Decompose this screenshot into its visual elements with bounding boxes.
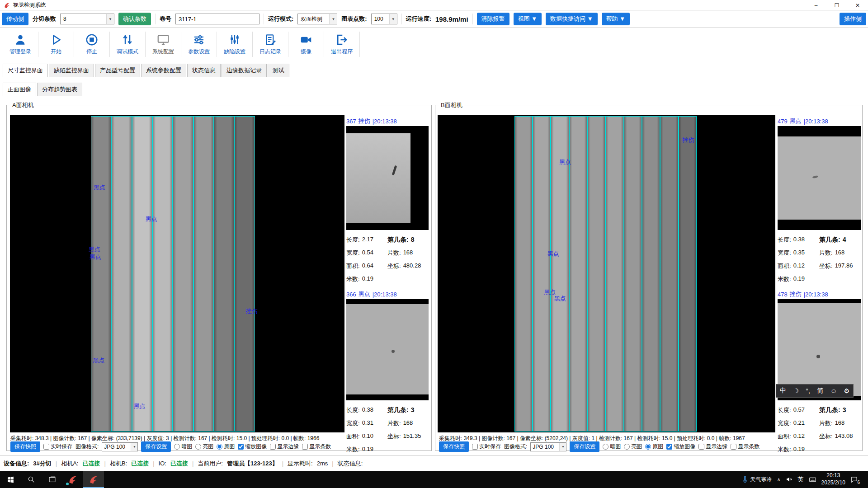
simplified-chinese-icon[interactable]: 简 (817, 387, 823, 395)
weather-widget[interactable]: 天气寒冷 (741, 476, 772, 483)
subtab-trend-chart[interactable]: 分布趋势图表 (37, 83, 82, 96)
defect-card-header: 366 黑点 |20:13:38 (346, 289, 429, 299)
save-settings-button[interactable]: 保存设置 (570, 441, 599, 452)
checkbox-icon[interactable] (270, 444, 276, 450)
strip-index-label: 第几条: (387, 406, 409, 414)
radio-icon[interactable] (645, 444, 651, 450)
radio-icon[interactable] (195, 444, 201, 450)
radio-icon[interactable] (603, 444, 609, 450)
tab-size-monitor[interactable]: 尺寸监控界面 (3, 64, 48, 77)
tab-status-info[interactable]: 状态信息 (187, 64, 221, 77)
speaker-muted-icon[interactable] (786, 476, 793, 483)
show-edges-checkbox[interactable]: 显示边缘 (698, 443, 727, 450)
exit-program-button[interactable]: 退出程序 (324, 33, 359, 56)
roll-number-input[interactable] (175, 14, 259, 24)
confirm-count-button[interactable]: 确认条数 (118, 13, 151, 25)
log-record-button[interactable]: 日志记录 (253, 33, 288, 56)
data-shortcut-menu-button[interactable]: 数据快捷访问 ▼ (546, 13, 598, 25)
show-strip-count-checkbox[interactable]: 显示条数 (302, 443, 331, 450)
gear-icon[interactable]: ⚙ (844, 387, 850, 394)
view-menu-button[interactable]: 视图 ▼ (514, 13, 542, 25)
maximize-button[interactable]: ☐ (826, 0, 847, 10)
bright-image-radio[interactable]: 亮图 (195, 443, 213, 450)
tab-product-model-config[interactable]: 产品型号配置 (95, 64, 140, 77)
radio-icon[interactable] (174, 444, 180, 450)
run-mode-label: 运行模式: (268, 15, 293, 23)
start-button[interactable]: 开始 (38, 33, 74, 56)
original-image-radio[interactable]: 原图 (217, 443, 235, 450)
checkbox-icon[interactable] (666, 444, 672, 450)
tab-defect-monitor[interactable]: 缺陷监控界面 (49, 64, 94, 77)
moon-icon[interactable]: ☽ (793, 387, 799, 394)
image-format-select[interactable]: JPG 100 ▼ (102, 442, 138, 451)
defect-time: |20:13:38 (373, 118, 397, 125)
camera-record-button[interactable]: 摄像 (288, 33, 324, 56)
action-center-button[interactable]: 6 (850, 476, 858, 483)
touch-keyboard-icon[interactable] (809, 476, 816, 483)
taskbar-app-inspection-active[interactable] (83, 471, 104, 488)
tab-system-parameter-config[interactable]: 系统参数配置 (141, 64, 186, 77)
clock-date: 2025/2/10 (821, 479, 845, 487)
dark-image-radio[interactable]: 暗图 (603, 443, 621, 450)
manage-login-button[interactable]: 管理登录 (3, 33, 38, 56)
checkbox-icon[interactable] (698, 444, 704, 450)
snapshot-button[interactable]: 保存快照 (439, 441, 469, 452)
clear-alarm-button[interactable]: 清除报警 (477, 13, 509, 25)
bright-image-radio[interactable]: 亮图 (624, 443, 642, 450)
original-image-radio[interactable]: 原图 (645, 443, 663, 450)
defect-card[interactable]: 479 黑点 |20:13:38 长度:0.38第几条:4 宽度:0.35片数:… (778, 116, 861, 286)
checkbox-icon[interactable] (731, 444, 736, 450)
tab-edge-data-record[interactable]: 边缘数据记录 (222, 64, 267, 77)
debug-mode-button[interactable]: 调试模式 (110, 33, 145, 56)
ime-toolbar[interactable]: 中 ☽ °, 简 ☺ ⚙ (776, 384, 854, 398)
task-view-button[interactable] (42, 471, 62, 488)
start-button[interactable] (0, 471, 21, 488)
slit-count-select[interactable]: 8 ▼ (60, 14, 114, 24)
camera-b-image[interactable]: 挫伤黑点黑点黑点黑点 (438, 115, 775, 432)
image-format-select[interactable]: JPG 100 ▼ (530, 442, 566, 451)
show-strip-count-checkbox[interactable]: 显示条数 (731, 443, 760, 450)
taskbar-clock[interactable]: 20:13 2025/2/10 (821, 472, 845, 486)
defect-annotation: 黑点 (554, 295, 566, 303)
help-menu-button[interactable]: 帮助 ▼ (602, 13, 630, 25)
radio-icon[interactable] (624, 444, 630, 450)
operator-side-button[interactable]: 操作侧 (840, 13, 866, 25)
checkbox-icon[interactable] (472, 444, 478, 450)
dark-image-radio[interactable]: 暗图 (174, 443, 192, 450)
tab-test[interactable]: 测试 (268, 64, 289, 77)
defect-card[interactable]: 367 挫伤 |20:13:38 长度:2.17第几条:8 宽度:0.54片数:… (346, 116, 429, 286)
emoji-icon[interactable]: ☺ (830, 387, 837, 394)
system-config-button[interactable]: 系统配置 (146, 33, 181, 56)
ime-chinese-mode[interactable]: 中 (780, 387, 786, 395)
close-button[interactable]: ✕ (847, 0, 868, 10)
defect-card[interactable]: 478 挫伤 |20:13:38 长度:0.57第几条:3 宽度:0.21片数:… (778, 289, 861, 456)
zoom-image-checkbox[interactable]: 缩放图像 (666, 443, 695, 450)
chart-points-select[interactable]: 100 ▼ (371, 14, 397, 24)
zoom-image-checkbox[interactable]: 缩放图像 (238, 443, 267, 450)
input-language-indicator[interactable]: 英 (798, 475, 804, 483)
sub-tab-bar: 正面图像 分布趋势图表 (0, 83, 868, 96)
minimize-button[interactable]: – (806, 0, 826, 10)
show-edges-checkbox[interactable]: 显示边缘 (270, 443, 299, 450)
realtime-save-checkbox[interactable]: 实时保存 (472, 443, 501, 450)
stop-button[interactable]: 停止 (74, 33, 109, 56)
radio-icon[interactable] (217, 444, 222, 450)
defect-settings-button[interactable]: 缺陷设置 (217, 33, 252, 56)
camera-a-image[interactable]: 黑点黑点黑点黑点挫伤黑点黑点 (10, 115, 344, 432)
defect-card[interactable]: 366 黑点 |20:13:38 长度:0.38第几条:3 宽度:0.31片数:… (346, 289, 429, 456)
drive-side-button[interactable]: 传动侧 (2, 13, 28, 25)
subtab-front-image[interactable]: 正面图像 (3, 83, 36, 96)
taskbar-app-inspection[interactable] (62, 471, 83, 488)
hidden-icons-button[interactable]: ∧ (777, 477, 781, 483)
realtime-save-checkbox[interactable]: 实时保存 (43, 443, 72, 450)
app-logo-icon (68, 474, 78, 484)
run-mode-select[interactable]: 双面检测 ▼ (297, 14, 337, 24)
save-settings-button[interactable]: 保存设置 (141, 441, 171, 452)
checkbox-icon[interactable] (302, 444, 308, 450)
punctuation-mode-icon[interactable]: °, (806, 387, 810, 394)
parameter-settings-button[interactable]: 参数设置 (181, 33, 217, 56)
snapshot-button[interactable]: 保存快照 (10, 441, 40, 452)
checkbox-icon[interactable] (43, 444, 49, 450)
checkbox-icon[interactable] (238, 444, 244, 450)
search-button[interactable] (21, 471, 42, 488)
